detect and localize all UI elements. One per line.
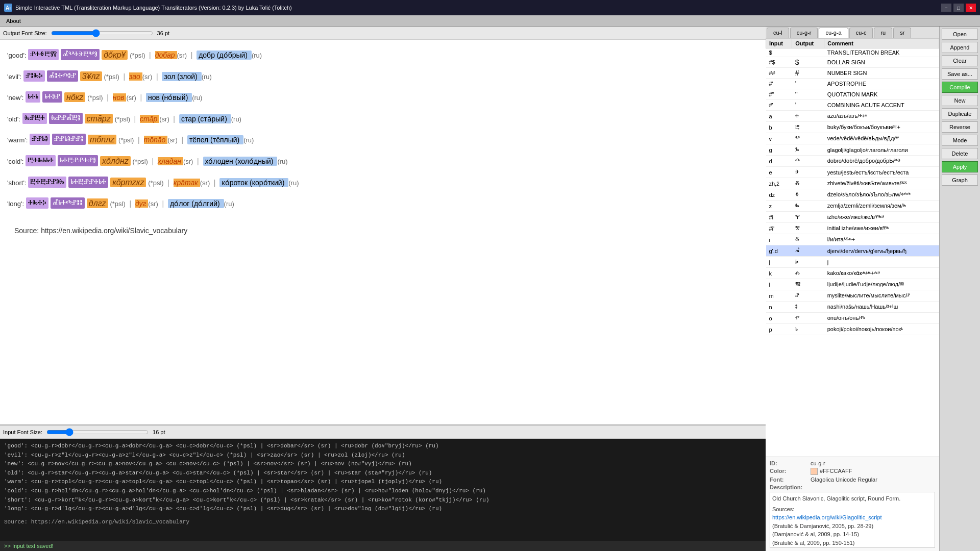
russian-text: до́лог (до́лгий)	[168, 199, 224, 208]
apply-button[interactable]: Apply	[942, 161, 978, 172]
id-label: ID:	[770, 460, 811, 466]
psl-label: (*psl)	[87, 94, 105, 102]
table-row[interactable]: z ⰸ zemlja/zemli/zemli/земля/зем/ⰸ	[766, 201, 939, 212]
tab-ru[interactable]: ru	[874, 28, 892, 38]
delete-button[interactable]: Delete	[942, 148, 978, 159]
table-row[interactable]: #i ⰹ izhe/иже/иже/іже/вⰹⰸⰵ	[766, 212, 939, 223]
psl-label: (*psl)	[148, 179, 165, 187]
pipe-separator: |	[191, 51, 193, 59]
table-row[interactable]: #' ' COMBINING ACUTE ACCENT	[766, 100, 939, 111]
mode-button[interactable]: Mode	[942, 135, 978, 146]
russian-text: хо́лоден (холо́дный)	[203, 157, 278, 166]
source-entry: (Damjanović, 2020, pp. 50-51)	[772, 547, 933, 548]
comment-cell: TRANSLITERATION BREAK	[824, 48, 939, 57]
proto-slavic-text: хőлднz	[100, 156, 131, 166]
title-bar: Ai Simple Interactive TML (Transliterati…	[0, 0, 980, 15]
output-area: 'good': ⱀⰰⰷⰱⰿ ⰼⰲⰰⰵⰱⰲⱁ дőкр¥ (*psl) | доб…	[0, 40, 766, 425]
tab-cu-g-r[interactable]: cu-g-r	[790, 28, 818, 38]
comment-cell: djervi/derv/dervь/g'ervь/ђервь/ђ	[824, 245, 939, 257]
restore-button[interactable]: □	[953, 4, 964, 12]
table-row[interactable]: #$ $ DOLLAR SIGN	[766, 57, 939, 68]
table-row[interactable]: #" " QUOTATION MARK	[766, 89, 939, 100]
output-cell: ⰴ	[792, 156, 824, 167]
table-row[interactable]: zh,ž ⰶ zhivete/živěti/живѣте/живьте/ⰶⰻ	[766, 178, 939, 189]
font-row: Font: Glagolica Unicode Regular	[770, 477, 935, 483]
source-entry: (Damjanović & al, 2009, pp. 14-15)	[772, 530, 933, 539]
input-cell: g'.d	[766, 245, 792, 257]
input-font-size-slider[interactable]	[46, 428, 149, 436]
serbian-text: хладан	[158, 157, 183, 165]
input-font-size-value: 16 pt	[153, 429, 165, 435]
table-row[interactable]: g'.d ⰼ djervi/derv/dervь/g'ervь/ђервь/ђ	[766, 245, 939, 257]
output-cell: ⰷ	[792, 189, 824, 201]
word-label: 'short':	[7, 179, 26, 187]
comment-cell: ljudije/ljudie/l'udje/люде/люд/ⰿ	[824, 279, 939, 290]
input-cell: d	[766, 156, 792, 167]
comment-cell: NUMBER SIGN	[824, 68, 939, 79]
ru-label: (ru)	[231, 115, 241, 123]
input-line: 'evil': <cu-g-r>z"l</cu-g-r><cu-g-a>z"l<…	[4, 451, 762, 460]
output-cell: ⰻ	[792, 234, 824, 245]
tab-cu-c[interactable]: cu-c	[849, 28, 873, 38]
word-label: 'long':	[7, 200, 24, 208]
append-button[interactable]: Append	[942, 42, 978, 53]
duplicate-button[interactable]: Duplicate	[942, 108, 978, 119]
table-row[interactable]: d ⰴ dobro/dobrě/добро/добрЬ/ⰴⰵ	[766, 156, 939, 167]
table-row[interactable]: dz ⰷ dzelo/зѣло/зѣло/зЪло/зЬлw/ⰷⰴⰴ	[766, 189, 939, 201]
sources-header: Sources:	[772, 505, 933, 514]
tab-cu-l[interactable]: cu-l	[767, 28, 789, 38]
table-row[interactable]: v ⰲ vede/vědě/vědě/вѣды/вДд/ⰲ	[766, 133, 939, 144]
table-row[interactable]: g ⰳ glagolji/glagoljo/глаголь/глаголи	[766, 144, 939, 156]
clear-button[interactable]: Clear	[942, 55, 978, 66]
table-row[interactable]: e ⰵ yestu/jestь/естъ/ієстъ/естъ/еста	[766, 167, 939, 178]
glagolitic-round-a: ⱀⱁⰸⰽ	[23, 70, 45, 82]
table-row[interactable]: #' ' APOSTROPHE	[766, 79, 939, 89]
sr-label: (sr)	[177, 52, 189, 59]
sr-label: (sr)	[148, 200, 160, 208]
table-row[interactable]: o ⱂ onu/онъ/онь/ⱂⱃ	[766, 313, 939, 324]
input-lines-container: 'good': <cu-g-r>dobr</cu-g-r><cu-g-a>dob…	[4, 442, 762, 514]
input-cell: e	[766, 167, 792, 178]
input-area[interactable]: 'good': <cu-g-r>dobr</cu-g-r><cu-g-a>dob…	[0, 439, 766, 541]
tab-sr[interactable]: sr	[893, 28, 911, 38]
reverse-button[interactable]: Reverse	[942, 121, 978, 133]
glagolitic-round-b: ⰼⱃⰰⰴⱀⱁⱁ	[51, 197, 85, 209]
table-row[interactable]: ## # NUMBER SIGN	[766, 68, 939, 79]
table-row[interactable]: a ⰰ azu/азъ/азъ/ⰰ+ⰰ	[766, 111, 939, 122]
word-label: 'good':	[7, 52, 27, 59]
compile-button[interactable]: Compile	[942, 82, 978, 93]
save-as-button[interactable]: Save as...	[942, 68, 978, 80]
table-row[interactable]: l ⰿ ljudije/ljudie/l'udje/люде/люд/ⰿ	[766, 279, 939, 290]
output-cell: ⰸ	[792, 201, 824, 212]
tab-cu-g-a[interactable]: cu-g-a	[819, 28, 848, 38]
output-cell: ⰱ	[792, 122, 824, 133]
psl-label: (*psl)	[133, 158, 150, 165]
ru-label: (ru)	[252, 52, 262, 59]
about-menu-item[interactable]: About	[2, 17, 25, 25]
table-row[interactable]: $ TRANSLITERATION BREAK	[766, 48, 939, 57]
word-rows-container: 'good': ⱀⰰⰷⰱⰿ ⰼⰲⰰⰵⰱⰲⱁ дőкр¥ (*psl) | доб…	[7, 45, 758, 214]
open-button[interactable]: Open	[942, 29, 978, 40]
new-button[interactable]: New	[942, 95, 978, 106]
minimize-button[interactable]: −	[941, 4, 951, 12]
table-row[interactable]: j ⰽ j	[766, 257, 939, 268]
table-row[interactable]: p ⱃ pokoji/pokoi/покоjь/покои/покⱃ	[766, 324, 939, 335]
output-font-size-label: Output Font Size:	[3, 30, 47, 36]
table-row[interactable]: i ⰻ i/и/ита/ⰻⰾ+	[766, 234, 939, 245]
word-label: 'old':	[7, 115, 20, 123]
russian-text: добр (до́брый)	[197, 51, 252, 60]
close-button[interactable]: ✕	[966, 4, 976, 12]
table-area: Input Output Comment $ TRANSLITERATION B…	[766, 38, 939, 457]
table-row[interactable]: b ⰱ buky/буки/бокъи/боукъви/ⰱ+	[766, 122, 939, 133]
ru-label: (ru)	[243, 136, 254, 144]
table-row[interactable]: m ⱀ myslite/мыслите/мыслите/мыс/ⱀ	[766, 290, 939, 302]
table-row[interactable]: #i' ⰺ initial izhe/иже/ижеи/вⰺⰸ	[766, 223, 939, 234]
input-line: 'good': <cu-g-r>dobr</cu-g-r><cu-g-a>dob…	[4, 442, 762, 451]
ru-label: (ru)	[202, 73, 212, 81]
pipe-separator: |	[197, 157, 199, 165]
serbian-text: тōпāо	[144, 136, 168, 144]
output-font-size-slider[interactable]	[51, 29, 153, 37]
table-row[interactable]: n ⱁ nashi/našь/нашь/Нашь/ⱁ+ⱁш	[766, 302, 939, 313]
graph-button[interactable]: Graph	[942, 174, 978, 186]
table-row[interactable]: k ⰾ kako/како/кᾱкⰾ/ⰾ+ⰾⰵ	[766, 268, 939, 279]
